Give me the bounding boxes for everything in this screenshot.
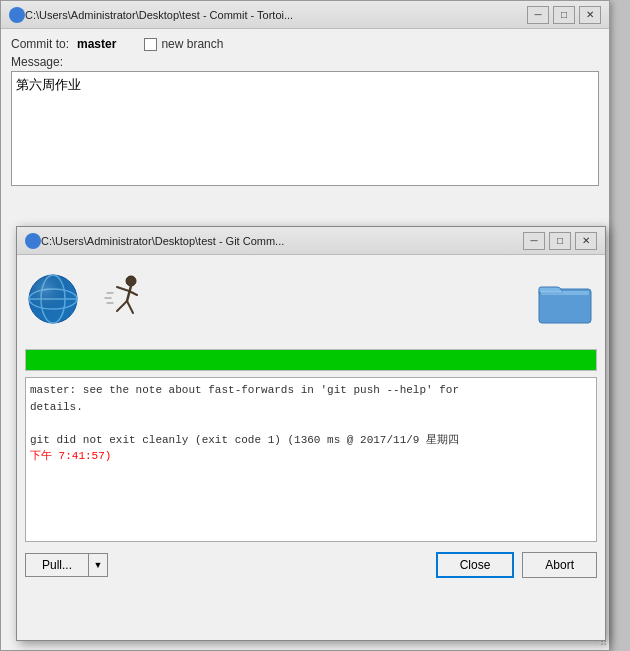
pull-button[interactable]: Pull... <box>25 553 88 577</box>
log-text: master: see the note about fast-forwards… <box>30 384 459 446</box>
outer-minimize-button[interactable]: ─ <box>527 6 549 24</box>
folder-icon <box>535 273 595 328</box>
outer-window-icon <box>9 7 25 23</box>
svg-line-9 <box>117 301 127 311</box>
message-label: Message: <box>11 55 599 69</box>
outer-window: C:\Users\Administrator\Desktop\test - Co… <box>0 0 610 651</box>
inner-close-button[interactable]: ✕ <box>575 232 597 250</box>
inner-maximize-button[interactable]: □ <box>549 232 571 250</box>
new-branch-area: new branch <box>144 37 223 51</box>
inner-buttons-row: Pull... ▼ Close Abort <box>17 542 605 586</box>
globe-icon <box>27 273 79 328</box>
outer-window-controls: ─ □ ✕ <box>527 6 601 24</box>
outer-content: Commit to: master new branch Message: 第六… <box>1 29 609 197</box>
abort-button[interactable]: Abort <box>522 552 597 578</box>
pull-dropdown-button[interactable]: ▼ <box>88 553 108 577</box>
commit-to-row: Commit to: master new branch <box>11 37 599 51</box>
svg-line-10 <box>127 301 133 313</box>
progress-bar-container <box>25 349 597 371</box>
branch-name: master <box>77 37 116 51</box>
inner-window: C:\Users\Administrator\Desktop\test - Gi… <box>16 226 606 641</box>
log-area[interactable]: master: see the note about fast-forwards… <box>25 377 597 542</box>
new-branch-checkbox[interactable] <box>144 38 157 51</box>
commit-to-label: Commit to: <box>11 37 69 51</box>
svg-rect-15 <box>541 291 589 295</box>
runner-icon <box>99 273 151 328</box>
svg-point-5 <box>126 276 136 286</box>
progress-bar-fill <box>26 350 596 370</box>
outer-close-button[interactable]: ✕ <box>579 6 601 24</box>
inner-minimize-button[interactable]: ─ <box>523 232 545 250</box>
outer-maximize-button[interactable]: □ <box>553 6 575 24</box>
svg-point-4 <box>29 275 77 323</box>
outer-window-title: C:\Users\Administrator\Desktop\test - Co… <box>25 9 527 21</box>
svg-line-7 <box>117 287 129 291</box>
pull-group: Pull... ▼ <box>25 553 108 577</box>
log-error-text: 下午 7:41:57) <box>30 450 111 462</box>
close-button[interactable]: Close <box>436 552 515 578</box>
icons-row <box>17 255 605 345</box>
inner-window-controls: ─ □ ✕ <box>523 232 597 250</box>
inner-window-title: C:\Users\Administrator\Desktop\test - Gi… <box>41 235 523 247</box>
inner-titlebar: C:\Users\Administrator\Desktop\test - Gi… <box>17 227 605 255</box>
new-branch-label: new branch <box>161 37 223 51</box>
inner-window-icon <box>25 233 41 249</box>
outer-titlebar: C:\Users\Administrator\Desktop\test - Co… <box>1 1 609 29</box>
right-buttons: Close Abort <box>436 552 597 578</box>
message-textarea[interactable]: 第六周作业 <box>11 71 599 186</box>
svg-line-6 <box>127 286 131 301</box>
